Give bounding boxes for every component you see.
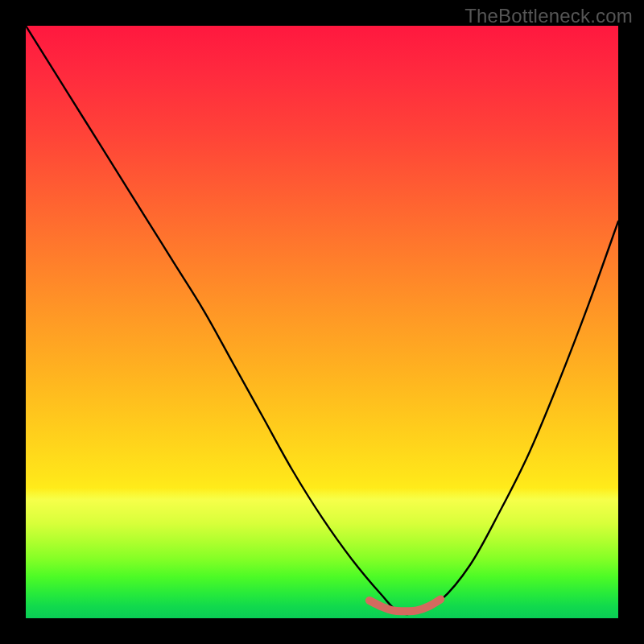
curve-layer — [26, 26, 618, 618]
plot-area — [26, 26, 618, 618]
bottleneck-curve — [26, 26, 618, 614]
optimal-marker — [369, 599, 440, 611]
watermark-text: TheBottleneck.com — [464, 5, 633, 27]
chart-frame: TheBottleneck.com — [0, 0, 644, 644]
